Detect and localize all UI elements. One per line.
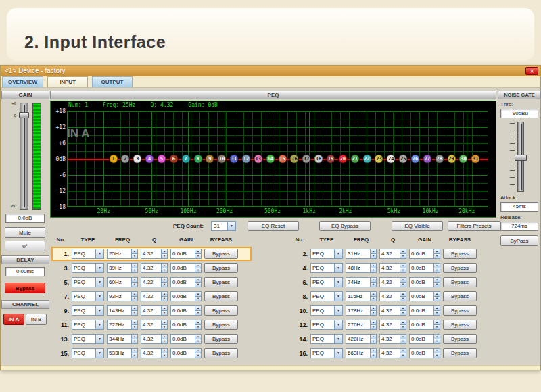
spin-down-icon[interactable]: ▼ [162,339,167,343]
spin-down-icon[interactable]: ▼ [400,268,406,272]
spin-down-icon[interactable]: ▼ [434,310,440,315]
q-input[interactable]: 4.32▲▼ [141,291,168,301]
q-input[interactable]: 4.32▲▼ [141,348,168,358]
spin-down-icon[interactable]: ▼ [195,339,201,343]
gain-input[interactable]: 0.0dB▲▼ [170,320,202,330]
freq-input[interactable]: 178Hz▲▼ [346,305,377,316]
spin-down-icon[interactable]: ▼ [434,339,440,343]
eq-point-2[interactable]: 2 [121,155,130,164]
tab-overview[interactable]: OVERVIEW [2,76,43,87]
spin-down-icon[interactable]: ▼ [132,253,137,258]
eq-point-20[interactable]: 20 [338,155,347,164]
eq-point-11[interactable]: 11 [230,155,239,164]
type-select[interactable]: PEQ▼ [72,334,104,344]
freq-input[interactable]: 663Hz▲▼ [346,348,377,358]
eq-point-19[interactable]: 19 [326,155,335,164]
gain-fader-track[interactable] [20,103,28,210]
type-select[interactable]: PEQ▼ [72,305,104,316]
spin-down-icon[interactable]: ▼ [162,324,167,329]
row-bypass-button[interactable]: Bypass [443,249,477,259]
eq-point-10[interactable]: 10 [218,155,227,164]
gain-fader-handle[interactable] [19,112,29,118]
eq-point-17[interactable]: 17 [302,155,311,164]
gain-input[interactable]: 0.0dB▲▼ [170,305,202,316]
gain-value[interactable]: 0.0dB [5,214,45,223]
q-input[interactable]: 4.32▲▼ [141,305,168,316]
q-input[interactable]: 4.32▲▼ [379,334,406,344]
type-select[interactable]: PEQ▼ [310,348,343,358]
spin-down-icon[interactable]: ▼ [400,353,406,358]
freq-input[interactable]: 533Hz▲▼ [107,348,138,358]
spin-down-icon[interactable]: ▼ [434,353,440,358]
q-input[interactable]: 4.32▲▼ [141,263,168,273]
eq-point-4[interactable]: 4 [145,155,154,164]
spin-down-icon[interactable]: ▼ [132,282,137,287]
type-select[interactable]: PEQ▼ [310,249,343,259]
spin-down-icon[interactable]: ▼ [434,282,440,287]
eq-reset-button[interactable]: EQ Reset [248,221,299,231]
row-bypass-button[interactable]: Bypass [204,348,238,358]
row-bypass-button[interactable]: Bypass [443,348,477,358]
row-bypass-button[interactable]: Bypass [443,291,477,301]
freq-input[interactable]: 60Hz▲▼ [107,277,138,287]
type-select[interactable]: PEQ▼ [310,291,343,301]
spin-down-icon[interactable]: ▼ [400,253,406,258]
eq-point-6[interactable]: 6 [169,155,178,164]
gain-input[interactable]: 0.0dB▲▼ [170,277,202,287]
type-select[interactable]: PEQ▼ [72,263,104,273]
q-input[interactable]: 4.32▲▼ [379,263,406,273]
row-bypass-button[interactable]: Bypass [204,263,238,273]
spin-down-icon[interactable]: ▼ [162,253,167,258]
spin-down-icon[interactable]: ▼ [162,353,167,358]
eq-point-25[interactable]: 25 [399,155,408,164]
q-input[interactable]: 4.32▲▼ [379,320,406,330]
freq-input[interactable]: 31Hz▲▼ [346,249,377,259]
spin-down-icon[interactable]: ▼ [400,339,406,343]
spin-down-icon[interactable]: ▼ [195,324,201,329]
eq-visible-button[interactable]: EQ Visible [392,221,443,231]
spin-down-icon[interactable]: ▼ [371,268,376,272]
row-bypass-button[interactable]: Bypass [204,305,238,316]
spin-down-icon[interactable]: ▼ [162,296,167,301]
spin-down-icon[interactable]: ▼ [371,339,376,343]
freq-input[interactable]: 344Hz▲▼ [107,334,138,344]
eq-point-18[interactable]: 18 [314,155,323,164]
spin-down-icon[interactable]: ▼ [132,353,137,358]
gain-input[interactable]: 0.0dB▲▼ [409,291,440,301]
eq-point-14[interactable]: 14 [266,155,275,164]
eq-point-24[interactable]: 24 [387,155,396,164]
gain-input[interactable]: 0.0dB▲▼ [170,263,202,273]
spin-down-icon[interactable]: ▼ [434,296,440,301]
spin-down-icon[interactable]: ▼ [132,324,137,329]
spin-down-icon[interactable]: ▼ [195,282,201,287]
threshold-slider-handle[interactable] [515,155,527,161]
freq-input[interactable]: 25Hz▲▼ [107,249,138,259]
eq-point-23[interactable]: 23 [375,155,383,164]
spin-down-icon[interactable]: ▼ [371,310,376,315]
freq-input[interactable]: 74Hz▲▼ [346,277,377,287]
gain-input[interactable]: 0.0dB▲▼ [409,249,440,259]
freq-input[interactable]: 428Hz▲▼ [346,334,377,344]
q-input[interactable]: 4.32▲▼ [379,277,406,287]
gain-input[interactable]: 0.0dB▲▼ [409,305,440,316]
spin-down-icon[interactable]: ▼ [371,253,376,258]
gain-input[interactable]: 0.0dB▲▼ [170,249,202,259]
eq-point-3[interactable]: 3 [133,155,142,164]
spin-down-icon[interactable]: ▼ [132,296,137,301]
eq-point-7[interactable]: 7 [181,155,190,164]
type-select[interactable]: PEQ▼ [72,249,104,259]
type-select[interactable]: PEQ▼ [310,277,343,287]
eq-point-8[interactable]: 8 [193,155,202,164]
row-bypass-button[interactable]: Bypass [204,320,238,330]
spin-down-icon[interactable]: ▼ [371,282,376,287]
spin-down-icon[interactable]: ▼ [371,353,376,358]
gain-input[interactable]: 0.0dB▲▼ [170,348,202,358]
gain-input[interactable]: 0.0dB▲▼ [170,334,202,344]
freq-input[interactable]: 276Hz▲▼ [346,320,377,330]
spin-down-icon[interactable]: ▼ [162,310,167,315]
type-select[interactable]: PEQ▼ [310,263,343,273]
row-bypass-button[interactable]: Bypass [443,277,477,287]
spin-down-icon[interactable]: ▼ [195,310,201,315]
tab-output[interactable]: OUTPUT [92,76,133,87]
threshold-value[interactable]: -90dBu [500,109,538,118]
